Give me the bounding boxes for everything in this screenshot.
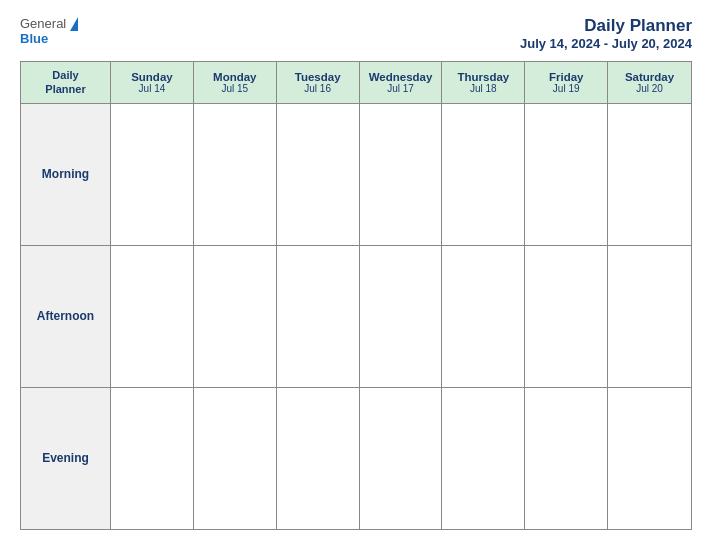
page-title: Daily Planner <box>520 16 692 36</box>
cell-morning-sunday[interactable] <box>111 104 194 245</box>
cell-afternoon-wednesday[interactable] <box>360 246 443 387</box>
header-day-wednesday: Wednesday Jul 17 <box>360 62 443 103</box>
cell-evening-thursday[interactable] <box>442 388 525 529</box>
cell-afternoon-monday[interactable] <box>194 246 277 387</box>
cell-afternoon-tuesday[interactable] <box>277 246 360 387</box>
row-afternoon: Afternoon <box>21 246 691 388</box>
cell-morning-saturday[interactable] <box>608 104 691 245</box>
calendar-body: MorningAfternoonEvening <box>21 104 691 529</box>
day-date: Jul 17 <box>387 83 414 94</box>
header-day-thursday: Thursday Jul 18 <box>442 62 525 103</box>
day-name: Saturday <box>625 71 674 83</box>
header-label-cell: Daily Planner <box>21 62 111 103</box>
day-date: Jul 20 <box>636 83 663 94</box>
cell-evening-wednesday[interactable] <box>360 388 443 529</box>
logo: General Blue <box>20 16 78 46</box>
logo-blue: Blue <box>20 31 48 46</box>
cell-morning-monday[interactable] <box>194 104 277 245</box>
cell-evening-saturday[interactable] <box>608 388 691 529</box>
cell-morning-thursday[interactable] <box>442 104 525 245</box>
day-name: Monday <box>213 71 256 83</box>
title-area: Daily Planner July 14, 2024 - July 20, 2… <box>520 16 692 51</box>
row-evening: Evening <box>21 388 691 529</box>
day-date: Jul 16 <box>304 83 331 94</box>
day-name: Sunday <box>131 71 173 83</box>
header-planner-label-line1: Daily <box>52 68 78 82</box>
row-label-morning: Morning <box>21 104 111 245</box>
row-label-afternoon: Afternoon <box>21 246 111 387</box>
date-range: July 14, 2024 - July 20, 2024 <box>520 36 692 51</box>
calendar-header: Daily Planner Sunday Jul 14 Monday Jul 1… <box>21 62 691 104</box>
day-date: Jul 18 <box>470 83 497 94</box>
logo-triangle-icon <box>70 17 78 31</box>
header-day-tuesday: Tuesday Jul 16 <box>277 62 360 103</box>
cell-afternoon-saturday[interactable] <box>608 246 691 387</box>
cell-afternoon-friday[interactable] <box>525 246 608 387</box>
day-name: Thursday <box>457 71 509 83</box>
header-planner-label-line2: Planner <box>45 82 85 96</box>
day-name: Wednesday <box>369 71 433 83</box>
cell-morning-wednesday[interactable] <box>360 104 443 245</box>
header-day-sunday: Sunday Jul 14 <box>111 62 194 103</box>
day-date: Jul 19 <box>553 83 580 94</box>
calendar: Daily Planner Sunday Jul 14 Monday Jul 1… <box>20 61 692 530</box>
day-name: Tuesday <box>295 71 341 83</box>
day-name: Friday <box>549 71 584 83</box>
cell-evening-sunday[interactable] <box>111 388 194 529</box>
row-morning: Morning <box>21 104 691 246</box>
cell-evening-tuesday[interactable] <box>277 388 360 529</box>
header-day-friday: Friday Jul 19 <box>525 62 608 103</box>
cell-afternoon-thursday[interactable] <box>442 246 525 387</box>
row-label-evening: Evening <box>21 388 111 529</box>
cell-morning-friday[interactable] <box>525 104 608 245</box>
day-date: Jul 14 <box>139 83 166 94</box>
day-date: Jul 15 <box>221 83 248 94</box>
cell-evening-friday[interactable] <box>525 388 608 529</box>
cell-morning-tuesday[interactable] <box>277 104 360 245</box>
logo-general: General <box>20 16 66 31</box>
page-header: General Blue Daily Planner July 14, 2024… <box>20 16 692 51</box>
header-day-saturday: Saturday Jul 20 <box>608 62 691 103</box>
header-day-monday: Monday Jul 15 <box>194 62 277 103</box>
cell-evening-monday[interactable] <box>194 388 277 529</box>
cell-afternoon-sunday[interactable] <box>111 246 194 387</box>
